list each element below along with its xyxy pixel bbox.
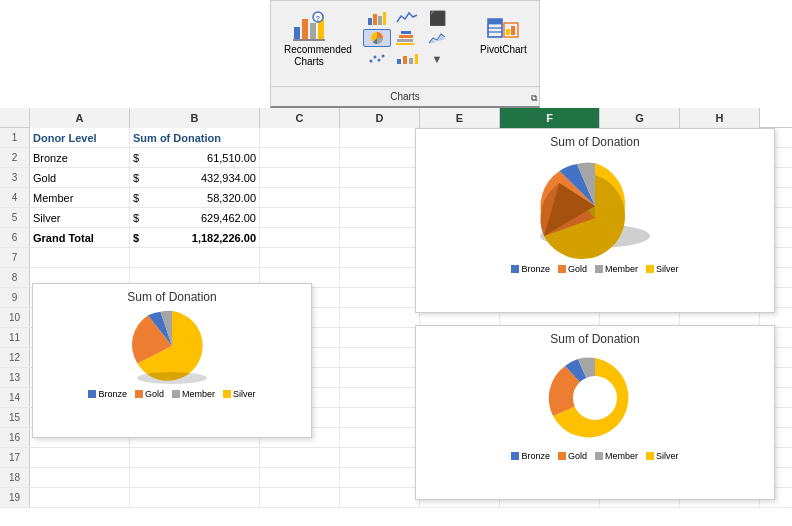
svg-rect-13 — [399, 35, 413, 38]
cell-b5[interactable]: $629,462.00 — [130, 208, 260, 228]
svg-rect-22 — [409, 58, 413, 64]
cell-b2[interactable]: $61,510.00 — [130, 148, 260, 168]
row-num-2: 2 — [0, 148, 30, 167]
cell-c3[interactable] — [260, 168, 340, 188]
legend2-member-label: Member — [605, 264, 638, 274]
row-num-3: 3 — [0, 168, 30, 187]
legend-bronze-dot — [88, 390, 96, 398]
legend2-gold-dot — [558, 265, 566, 273]
cell-c1[interactable] — [260, 128, 340, 148]
bar-chart-button[interactable] — [393, 29, 421, 47]
legend3-member-label: Member — [605, 451, 638, 461]
legend3-bronze: Bronze — [511, 451, 550, 461]
col-header-a[interactable]: A — [30, 108, 130, 128]
legend3-member-dot — [595, 452, 603, 460]
cell-d6[interactable] — [340, 228, 420, 248]
waterfall-chart-button[interactable] — [393, 50, 421, 68]
chart3-container[interactable]: Sum of Donation Bronze Gold Member Silve… — [415, 325, 775, 500]
legend3-bronze-label: Bronze — [521, 451, 550, 461]
legend2-silver: Silver — [646, 264, 679, 274]
cell-a5[interactable]: Silver — [30, 208, 130, 228]
svg-rect-14 — [397, 39, 413, 42]
cell-b4[interactable]: $58,320.00 — [130, 188, 260, 208]
cell-d2[interactable] — [340, 148, 420, 168]
recommended-charts-icon: ? — [291, 8, 327, 44]
ribbon-expand-icon[interactable]: ⧉ — [531, 93, 537, 104]
column-chart-button[interactable] — [363, 9, 391, 27]
svg-rect-1 — [302, 19, 308, 39]
pivot-chart-button[interactable]: PivotChart — [475, 5, 532, 59]
svg-rect-23 — [415, 54, 418, 64]
cell-c4[interactable] — [260, 188, 340, 208]
cell-d1[interactable] — [340, 128, 420, 148]
col-header-h[interactable]: H — [680, 108, 760, 128]
more-charts-button-1[interactable]: ⬛ — [423, 9, 451, 27]
legend3-member: Member — [595, 451, 638, 461]
svg-rect-4 — [293, 39, 325, 41]
svg-rect-20 — [397, 59, 401, 64]
cell-c2[interactable] — [260, 148, 340, 168]
col-header-g[interactable]: G — [600, 108, 680, 128]
cell-d4[interactable] — [340, 188, 420, 208]
pie-chart-button[interactable] — [363, 29, 391, 47]
more-chart-types-button[interactable]: ▼ — [423, 50, 451, 68]
chart3-legend: Bronze Gold Member Silver — [416, 448, 774, 464]
legend3-silver: Silver — [646, 451, 679, 461]
cell-b6[interactable]: $1,182,226.00 — [130, 228, 260, 248]
legend2-bronze: Bronze — [511, 264, 550, 274]
cell-a4[interactable]: Member — [30, 188, 130, 208]
pivot-chart-icon — [485, 8, 521, 44]
chart2-pie — [525, 151, 665, 261]
col-header-c[interactable]: C — [260, 108, 340, 128]
legend-gold-label: Gold — [145, 389, 164, 399]
row-num-5: 5 — [0, 208, 30, 227]
legend2-gold: Gold — [558, 264, 587, 274]
col-header-b[interactable]: B — [130, 108, 260, 128]
scatter-chart-button[interactable] — [363, 50, 391, 68]
recommended-charts-button[interactable]: ? Recommended Charts — [279, 5, 339, 71]
svg-rect-12 — [401, 31, 411, 34]
legend-member-label: Member — [182, 389, 215, 399]
cell-b1[interactable]: Sum of Donation — [130, 128, 260, 148]
legend2-gold-label: Gold — [568, 264, 587, 274]
svg-rect-10 — [383, 12, 386, 25]
svg-rect-30 — [506, 29, 510, 35]
cell-b3[interactable]: $432,934.00 — [130, 168, 260, 188]
legend3-bronze-dot — [511, 452, 519, 460]
cell-a6[interactable]: Grand Total — [30, 228, 130, 248]
legend-bronze: Bronze — [88, 389, 127, 399]
cell-c5[interactable] — [260, 208, 340, 228]
legend-gold-dot — [135, 390, 143, 398]
svg-rect-15 — [396, 43, 414, 45]
legend-bronze-label: Bronze — [98, 389, 127, 399]
chart2-legend: Bronze Gold Member Silver — [416, 261, 774, 277]
cell-d3[interactable] — [340, 168, 420, 188]
svg-rect-0 — [294, 27, 300, 39]
col-header-d[interactable]: D — [340, 108, 420, 128]
svg-point-17 — [374, 56, 377, 59]
legend2-member: Member — [595, 264, 638, 274]
legend-member: Member — [172, 389, 215, 399]
line-chart-button[interactable] — [393, 9, 421, 27]
cell-a1[interactable]: Donor Level — [30, 128, 130, 148]
chart1-container[interactable]: Sum of Donation Bronze Gold Member Silve… — [32, 283, 312, 438]
chart3-donut — [540, 348, 650, 448]
legend-member-dot — [172, 390, 180, 398]
row-num-6: 6 — [0, 228, 30, 247]
svg-rect-7 — [368, 18, 372, 25]
chart2-container[interactable]: Sum of Donation Bronze Gold Member — [415, 128, 775, 313]
pivot-chart-label: PivotChart — [480, 44, 527, 56]
svg-rect-27 — [488, 28, 502, 32]
cell-a2[interactable]: Bronze — [30, 148, 130, 168]
cell-a3[interactable]: Gold — [30, 168, 130, 188]
svg-rect-26 — [488, 24, 502, 28]
legend3-gold-label: Gold — [568, 451, 587, 461]
cell-d5[interactable] — [340, 208, 420, 228]
svg-point-19 — [382, 55, 385, 58]
col-header-e[interactable]: E — [420, 108, 500, 128]
more-charts-button-2[interactable] — [423, 29, 451, 47]
legend-silver-dot — [223, 390, 231, 398]
cell-c6[interactable] — [260, 228, 340, 248]
col-header-f[interactable]: F — [500, 108, 600, 128]
chart3-title: Sum of Donation — [416, 326, 774, 348]
